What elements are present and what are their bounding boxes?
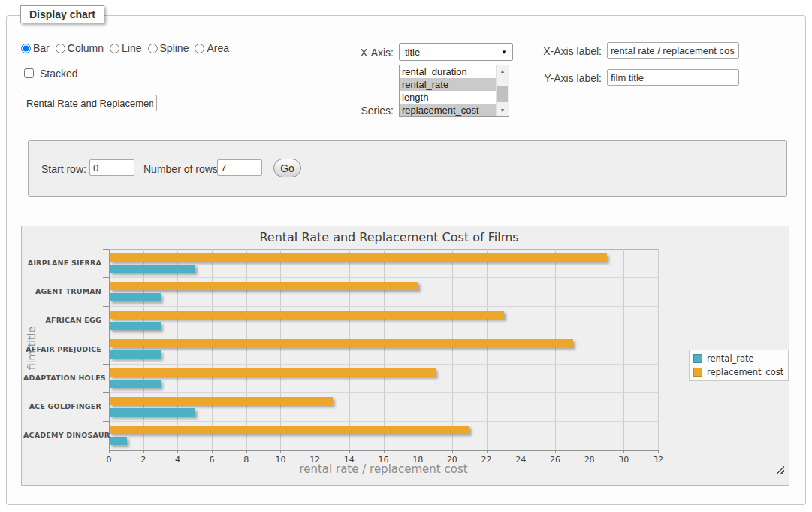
gridline-horizontal: [110, 277, 659, 278]
gridline-vertical: [315, 249, 315, 450]
series-option-length[interactable]: length: [400, 91, 497, 104]
scroll-up-icon[interactable]: ▲: [497, 65, 509, 77]
start-row-input[interactable]: [89, 159, 134, 176]
category-label: AGENT TRUMAN: [23, 287, 101, 295]
x-axis-tick: [349, 450, 350, 453]
chart-type-label-bar: Bar: [33, 42, 50, 54]
row-range-panel: [28, 140, 787, 197]
x-axis-tick: [109, 450, 110, 453]
series-option-rental_duration[interactable]: rental_duration: [400, 65, 497, 78]
y-axis-tick: [103, 335, 109, 335]
chart-type-radio-line[interactable]: [110, 44, 119, 53]
bar-replacement_cost: [110, 253, 607, 262]
x-axis-tick: [246, 450, 247, 453]
go-button[interactable]: Go: [273, 159, 301, 177]
x-axis-tick: [280, 450, 281, 453]
fieldset-legend: Display chart: [20, 5, 104, 23]
x-axis-label-input[interactable]: [607, 42, 739, 59]
chart-type-radio-spline[interactable]: [148, 44, 158, 53]
chart-type-radio-area[interactable]: [195, 44, 204, 53]
chart-panel: Rental Rate and Replacement Cost of Film…: [21, 226, 789, 486]
gridline-vertical: [623, 249, 624, 450]
x-axis-title: rental rate / replacement cost: [109, 462, 658, 476]
bar-replacement_cost: [110, 368, 436, 377]
chart-type-label-column: Column: [68, 42, 104, 54]
chart-type-radio-group: BarColumnLineSplineArea: [21, 42, 235, 54]
start-row-label: Start row:: [41, 163, 88, 175]
gridline-vertical: [280, 249, 281, 450]
x-axis-tick: [418, 450, 418, 453]
stacked-checkbox[interactable]: [24, 68, 34, 78]
bar-replacement_cost: [110, 426, 469, 434]
stacked-checkbox-row: Stacked: [21, 66, 78, 80]
scroll-down-icon[interactable]: ▼: [497, 105, 509, 116]
x-axis-tick: [315, 450, 315, 453]
bar-rental_rate: [110, 265, 195, 273]
x-axis-tick: [177, 450, 178, 453]
gridline-vertical: [452, 249, 453, 450]
bar-rental_rate: [110, 350, 161, 359]
bar-rental_rate: [110, 408, 195, 417]
bar-replacement_cost: [110, 339, 573, 347]
y-axis-tick: [103, 364, 109, 365]
series-listbox-label: Series:: [352, 105, 394, 117]
category-label: AIRPLANE SIERRA: [23, 259, 101, 267]
chart-type-label-area: Area: [207, 42, 229, 54]
x-axis-select-label: X-Axis:: [346, 47, 394, 59]
legend-item-rental_rate[interactable]: rental_rate: [693, 353, 783, 364]
chart-type-radio-bar[interactable]: [21, 44, 31, 53]
resize-grip-icon[interactable]: [776, 465, 784, 474]
x-axis-tick: [384, 450, 385, 453]
chart-title-input[interactable]: [23, 95, 157, 111]
legend-item-replacement_cost[interactable]: replacement_cost: [693, 367, 783, 377]
series-options: rental_durationrental_ratelengthreplacem…: [400, 65, 497, 116]
x-axis-tick: [212, 450, 213, 453]
y-axis-label-input[interactable]: [607, 69, 739, 86]
x-axis-tick: [143, 450, 144, 453]
series-option-rental_rate[interactable]: rental_rate: [400, 78, 497, 91]
stacked-label: Stacked: [40, 68, 78, 80]
chart-type-radio-column[interactable]: [56, 44, 65, 53]
gridline-vertical: [658, 249, 659, 450]
gridline-vertical: [246, 249, 247, 450]
category-label: ACADEMY DINOSAUR: [23, 431, 101, 439]
x-axis-tick: [487, 450, 488, 453]
gridline-vertical: [177, 249, 178, 450]
y-axis-tick: [103, 421, 109, 422]
scrollbar-thumb[interactable]: [497, 86, 508, 102]
gridline-vertical: [521, 249, 521, 450]
listbox-scrollbar[interactable]: ▲ ▼: [496, 65, 509, 116]
chart-title: Rental Rate and Replacement Cost of Film…: [22, 230, 756, 244]
gridline-vertical: [143, 249, 144, 450]
number-of-rows-input[interactable]: [217, 159, 262, 176]
gridline-horizontal: [110, 306, 659, 307]
gridline-vertical: [384, 249, 385, 450]
gridline-vertical: [487, 249, 488, 450]
x-axis-tick: [623, 450, 624, 453]
gridline-vertical: [590, 249, 590, 450]
x-axis-select[interactable]: title ▼: [399, 43, 513, 61]
bar-replacement_cost: [110, 397, 333, 405]
chevron-down-icon: ▼: [501, 49, 507, 56]
bar-rental_rate: [110, 322, 161, 330]
legend-swatch-rental_rate: [693, 354, 702, 363]
x-axis-tick: [555, 450, 556, 453]
x-axis-tick: [452, 450, 453, 453]
gridline-vertical: [555, 249, 556, 450]
series-listbox[interactable]: rental_durationrental_ratelengthreplacem…: [399, 65, 509, 117]
x-axis-tick: [590, 450, 590, 453]
x-axis-label-caption: X-Axis label:: [542, 45, 602, 57]
series-option-replacement_cost[interactable]: replacement_cost: [400, 104, 497, 117]
y-axis-tick: [103, 392, 109, 393]
y-axis-tick: [103, 277, 109, 278]
legend-label: rental_rate: [707, 353, 754, 364]
bar-rental_rate: [110, 293, 161, 301]
gridline-vertical: [418, 249, 418, 450]
legend-label: replacement_cost: [707, 367, 783, 377]
y-axis-tick: [103, 450, 109, 450]
bar-replacement_cost: [110, 282, 418, 290]
gridline-horizontal: [110, 392, 659, 393]
chart-type-label-line: Line: [122, 42, 141, 54]
y-axis-title: film title: [26, 303, 38, 393]
bar-replacement_cost: [110, 311, 504, 319]
